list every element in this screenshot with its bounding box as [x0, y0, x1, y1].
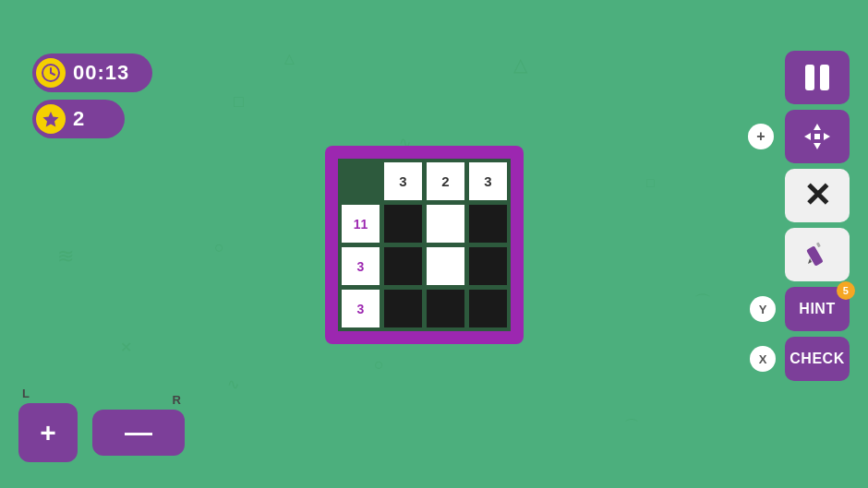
cell-3-2[interactable]	[426, 289, 465, 328]
cell-3-3[interactable]	[468, 289, 508, 328]
cell-0-0[interactable]	[341, 161, 380, 201]
right-controls: + ✕ Y HINT	[750, 51, 850, 381]
move-row: +	[785, 110, 850, 163]
arrows-icon	[802, 122, 832, 151]
bg-circle-2: ○	[374, 355, 384, 375]
hint-badge: 5	[837, 281, 855, 300]
l-label: L	[22, 387, 30, 400]
pause-bar-1	[805, 65, 814, 90]
cell-1-3[interactable]	[468, 204, 508, 244]
bg-circle-1: ○	[214, 238, 224, 257]
pencil-button[interactable]	[785, 228, 850, 281]
bg-triangle-1: △	[513, 54, 527, 76]
x-label-badge: X	[750, 346, 776, 372]
x-button[interactable]: ✕	[785, 169, 850, 222]
pause-button[interactable]	[785, 51, 850, 104]
puzzle-grid: 3 2 3 11 3 3	[338, 159, 511, 331]
score-value: 2	[73, 107, 84, 131]
bg-cross-1: ✕	[120, 339, 132, 356]
pencil-row	[785, 228, 850, 281]
puzzle-container: 3 2 3 11 3 3	[325, 146, 524, 344]
cell-2-3[interactable]	[468, 246, 508, 286]
hint-row: Y HINT 5	[750, 287, 850, 331]
pause-row	[785, 51, 850, 104]
pencil-icon	[804, 242, 830, 268]
timer-icon	[36, 58, 66, 88]
check-row: X CHECK	[750, 337, 850, 381]
bg-wave-3: ⌒	[624, 417, 639, 436]
svg-marker-4	[814, 124, 821, 130]
cell-2-0[interactable]: 3	[341, 246, 380, 286]
pause-bar-2	[820, 65, 829, 90]
r-label: R	[173, 393, 181, 407]
y-label-badge: Y	[750, 296, 776, 322]
pause-icon	[805, 65, 829, 90]
svg-marker-10	[808, 258, 812, 264]
bg-square-1: □	[234, 92, 244, 112]
svg-rect-8	[814, 134, 820, 139]
svg-rect-11	[816, 242, 821, 247]
bottom-controls: L + R —	[18, 403, 185, 462]
cell-2-2[interactable]	[426, 246, 465, 286]
svg-marker-6	[804, 133, 811, 140]
check-button[interactable]: CHECK	[785, 337, 850, 381]
x-btn-row: ✕	[785, 169, 850, 222]
plus-btn-wrapper: L +	[18, 403, 78, 462]
x-icon: ✕	[803, 176, 831, 215]
svg-marker-5	[814, 143, 821, 149]
minus-button[interactable]: —	[92, 410, 185, 456]
bg-chevron-1: ⌒	[694, 291, 711, 313]
cell-2-1[interactable]	[383, 246, 423, 286]
bg-shape-extra: □	[646, 175, 654, 190]
score-display: 2	[32, 100, 125, 138]
cell-1-2[interactable]	[426, 204, 465, 244]
hint-label: HINT	[799, 301, 835, 317]
timer-display: 00:13	[32, 54, 152, 92]
plus-circle-badge: +	[748, 124, 774, 149]
bg-triangle-2: △	[284, 51, 295, 65]
bg-squiggle-1: ≋	[57, 244, 74, 268]
hint-button[interactable]: HINT 5	[785, 287, 850, 331]
score-icon	[36, 104, 66, 134]
timer-value: 00:13	[73, 61, 129, 85]
cell-3-0[interactable]: 3	[341, 289, 380, 328]
bg-wave-2: ∿	[227, 375, 239, 393]
minus-btn-wrapper: R —	[83, 410, 185, 456]
plus-button[interactable]: +	[18, 403, 78, 462]
cell-1-1[interactable]	[383, 204, 423, 244]
cell-3-1[interactable]	[383, 289, 423, 328]
svg-marker-7	[824, 133, 830, 140]
cell-1-0[interactable]: 11	[341, 204, 380, 244]
cell-0-1[interactable]: 3	[383, 161, 423, 201]
check-label: CHECK	[790, 351, 844, 367]
plus-icon: +	[40, 419, 56, 446]
cell-0-2[interactable]: 2	[426, 161, 465, 201]
svg-marker-3	[43, 112, 59, 127]
minus-icon: —	[125, 419, 152, 446]
cell-0-3[interactable]: 3	[468, 161, 508, 201]
move-button[interactable]	[785, 110, 850, 163]
